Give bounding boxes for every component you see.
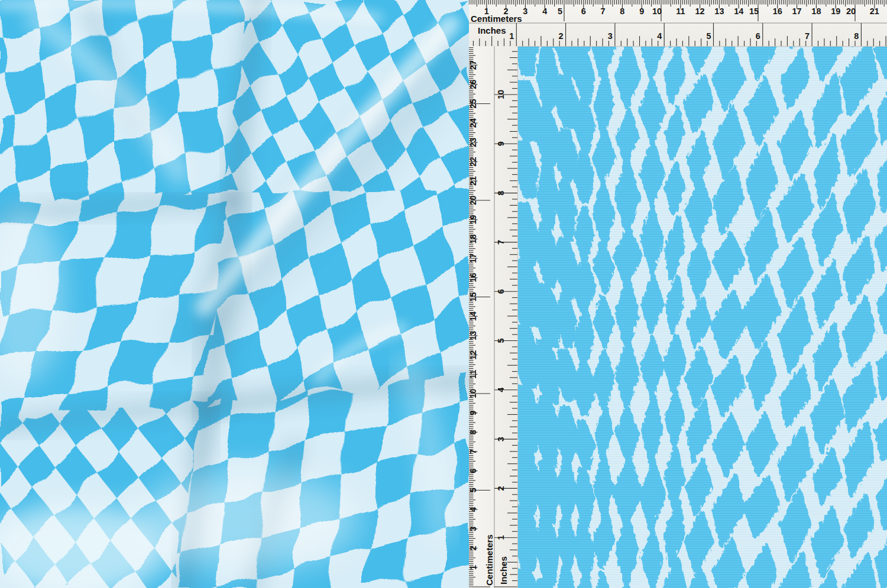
- svg-text:22: 22: [469, 157, 478, 167]
- svg-text:3: 3: [469, 527, 478, 531]
- fabric-product-photo: 1234567891011121314151617181920211234567…: [0, 0, 887, 588]
- svg-text:8: 8: [620, 7, 624, 16]
- svg-text:18: 18: [811, 7, 821, 16]
- svg-text:4: 4: [657, 31, 662, 41]
- svg-text:9: 9: [496, 141, 506, 146]
- svg-text:5: 5: [706, 31, 711, 41]
- svg-text:24: 24: [469, 118, 478, 128]
- svg-text:7: 7: [805, 31, 810, 41]
- svg-text:2: 2: [496, 486, 506, 490]
- flat-fabric-image: [517, 46, 887, 588]
- crumpled-fabric-image: [0, 0, 469, 588]
- svg-text:5: 5: [558, 7, 562, 16]
- svg-text:15: 15: [749, 7, 759, 16]
- svg-text:2: 2: [469, 546, 478, 551]
- svg-text:16: 16: [469, 273, 478, 282]
- svg-text:4: 4: [542, 7, 547, 16]
- svg-text:10: 10: [652, 7, 662, 16]
- svg-text:6: 6: [756, 31, 760, 41]
- svg-text:3: 3: [496, 437, 506, 441]
- svg-text:8: 8: [469, 430, 478, 434]
- svg-text:7: 7: [496, 240, 506, 245]
- svg-text:3: 3: [523, 7, 527, 16]
- svg-text:12: 12: [695, 7, 705, 16]
- svg-text:4: 4: [496, 388, 506, 392]
- crumpled-fabric-photo: [0, 0, 469, 588]
- svg-text:12: 12: [469, 350, 478, 360]
- vertical-ruler-centimeters-label: Centimeters: [484, 534, 494, 586]
- svg-text:15: 15: [469, 292, 478, 301]
- svg-text:20: 20: [846, 7, 856, 16]
- svg-text:16: 16: [773, 7, 782, 16]
- svg-text:14: 14: [734, 7, 743, 16]
- svg-text:25: 25: [469, 99, 478, 108]
- vertical-ruler: 1234567891011121314151617181920212223242…: [469, 46, 518, 588]
- svg-text:4: 4: [469, 507, 478, 512]
- svg-text:19: 19: [469, 215, 478, 225]
- horizontal-ruler: 1234567891011121314151617181920211234567…: [469, 0, 887, 47]
- svg-text:5: 5: [469, 488, 478, 492]
- svg-text:18: 18: [469, 234, 478, 243]
- svg-text:9: 9: [639, 7, 644, 16]
- svg-text:13: 13: [714, 7, 724, 16]
- svg-text:1: 1: [469, 565, 478, 570]
- svg-text:2: 2: [559, 31, 564, 41]
- svg-text:10: 10: [496, 90, 506, 99]
- horizontal-ruler-inches-label: Inches: [478, 25, 506, 35]
- vertical-ruler-scale: 1234567891011121314151617181920212223242…: [469, 46, 517, 588]
- vertical-ruler-inches-label: Inches: [498, 556, 509, 584]
- svg-text:8: 8: [496, 191, 506, 196]
- horizontal-ruler-centimeters-label: Centimeters: [471, 14, 522, 24]
- svg-text:19: 19: [831, 7, 840, 16]
- svg-text:11: 11: [469, 370, 478, 379]
- svg-text:21: 21: [870, 7, 879, 16]
- svg-text:27: 27: [469, 60, 478, 70]
- svg-text:7: 7: [469, 449, 478, 454]
- svg-text:5: 5: [496, 338, 506, 343]
- svg-text:6: 6: [496, 289, 506, 294]
- svg-text:10: 10: [469, 389, 478, 398]
- svg-text:20: 20: [469, 196, 478, 205]
- svg-text:14: 14: [469, 311, 478, 321]
- svg-text:9: 9: [469, 411, 478, 415]
- svg-text:1: 1: [509, 31, 514, 41]
- svg-text:7: 7: [601, 7, 606, 16]
- svg-text:6: 6: [469, 469, 478, 473]
- svg-text:11: 11: [676, 7, 685, 16]
- svg-text:26: 26: [469, 80, 478, 89]
- svg-text:17: 17: [792, 7, 802, 16]
- svg-text:1: 1: [496, 535, 506, 540]
- svg-text:6: 6: [581, 7, 586, 16]
- svg-text:3: 3: [608, 31, 613, 41]
- svg-text:17: 17: [469, 254, 478, 263]
- svg-text:8: 8: [854, 31, 859, 41]
- svg-text:23: 23: [469, 138, 478, 147]
- svg-text:21: 21: [469, 176, 478, 186]
- flat-fabric-swatch: [517, 46, 887, 588]
- svg-text:13: 13: [469, 331, 478, 340]
- horizontal-ruler-scale: 1234567891011121314151617181920211234567…: [469, 0, 887, 46]
